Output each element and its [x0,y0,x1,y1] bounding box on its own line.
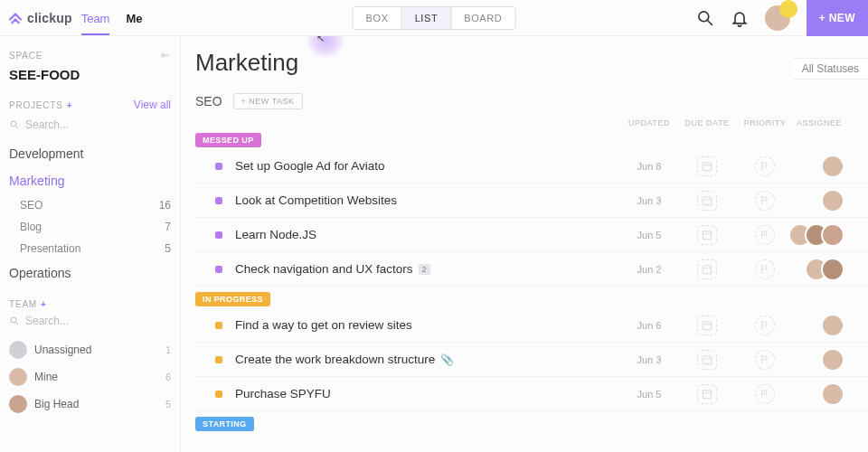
calendar-icon[interactable] [697,350,717,370]
assignee-avatar[interactable] [821,382,844,406]
assignee-avatar[interactable] [821,155,844,178]
status-pill[interactable]: STARTING [195,417,254,431]
flag-icon[interactable] [755,350,775,370]
team-label: TEAM+ [9,299,171,309]
cell-due[interactable] [678,350,736,370]
cell-assignee[interactable] [794,314,844,337]
cell-assignee[interactable] [794,382,844,406]
task-row[interactable]: Find a way to get on review sitesJun 6 [195,308,868,343]
collapse-icon[interactable]: ⇤ [161,49,171,61]
cell-due[interactable] [678,259,736,279]
avatar-icon [9,395,27,413]
logo-icon [7,10,24,26]
sublist-seo[interactable]: SEO16 [9,194,171,216]
sublist-blog[interactable]: Blog7 [9,216,171,238]
task-row[interactable]: Purchase SPYFUJun 5 [195,377,868,411]
status-pill[interactable]: IN PROGRESS [195,292,270,306]
calendar-icon[interactable] [697,259,717,279]
add-team-icon[interactable]: + [41,299,47,309]
task-row[interactable]: Learn Node.JSJun 5 [195,218,868,252]
tab-team[interactable]: Team [81,1,110,35]
flag-icon[interactable] [755,191,775,211]
team-mine[interactable]: Mine6 [9,363,171,391]
cell-priority[interactable] [736,350,794,370]
new-task-button[interactable]: + NEW TASK [233,93,303,109]
task-name[interactable]: Find a way to get on review sites [235,318,620,332]
flag-icon[interactable] [755,259,775,279]
project-search[interactable]: Search... [9,118,171,131]
scope-tabs: Team Me [81,1,143,35]
assignee-avatar[interactable] [821,223,844,247]
cell-assignee[interactable] [794,189,844,212]
brand-logo[interactable]: clickup [7,10,72,26]
cell-due[interactable] [678,156,736,176]
calendar-icon[interactable] [697,315,717,335]
new-button[interactable]: + NEW [807,0,868,36]
add-project-icon[interactable]: + [67,100,73,110]
brand-name: clickup [27,11,72,25]
cell-due[interactable] [678,384,736,404]
view-box[interactable]: BOX [354,7,402,29]
avatar-icon [9,368,27,386]
svg-rect-12 [703,265,711,273]
calendar-icon[interactable] [697,225,717,245]
team-bighead[interactable]: Big Head5 [9,391,171,418]
calendar-icon[interactable] [697,156,717,176]
project-operations[interactable]: Operations [9,259,171,287]
team-search[interactable]: Search... [9,315,171,327]
assignee-avatar[interactable] [821,189,844,212]
team-unassigned[interactable]: Unassigned1 [9,336,171,363]
flag-icon[interactable] [755,384,775,404]
sidebar: SPACE⇤ SEE-FOOD PROJECTS+ View all Searc… [0,36,181,452]
status-dot [215,322,222,329]
assignee-avatar[interactable] [821,348,844,372]
calendar-icon[interactable] [697,191,717,211]
cell-assignee[interactable] [794,258,844,281]
assignee-avatar[interactable] [821,258,844,281]
sublist-presentation[interactable]: Presentation5 [9,238,171,259]
task-name[interactable]: Check navigation and UX factors2 [235,262,620,276]
avatar-icon [9,341,27,359]
cell-due[interactable] [678,225,736,245]
cell-assignee[interactable] [794,348,844,372]
cell-updated: Jun 8 [620,161,678,172]
project-development[interactable]: Development [9,140,171,167]
project-marketing[interactable]: Marketing [9,167,171,194]
cell-assignee[interactable] [794,223,844,247]
flag-icon[interactable] [755,156,775,176]
cell-priority[interactable] [736,315,794,335]
task-name[interactable]: Look at Competition Websites [235,193,620,207]
user-avatar[interactable] [765,5,790,31]
cell-due[interactable] [678,191,736,211]
bell-icon[interactable] [731,9,749,27]
list-name[interactable]: SEO [195,94,222,108]
cell-assignee[interactable] [794,155,844,178]
cell-priority[interactable] [736,225,794,245]
flag-icon[interactable] [755,315,775,335]
cell-due[interactable] [678,315,736,335]
task-row[interactable]: Create the work breakdown structure📎Jun … [195,343,868,377]
task-name[interactable]: Set up Google Ad for Aviato [235,159,620,173]
space-name[interactable]: SEE-FOOD [9,67,171,82]
space-label: SPACE⇤ [9,49,171,61]
filter-statuses[interactable]: All Statuses [793,58,868,80]
cell-priority[interactable] [736,259,794,279]
assignee-avatar[interactable] [821,314,844,337]
cell-priority[interactable] [736,191,794,211]
task-row[interactable]: Set up Google Ad for AviatoJun 8 [195,149,868,184]
status-pill[interactable]: MESSED UP [195,133,261,147]
cell-priority[interactable] [736,156,794,176]
tab-me[interactable]: Me [126,1,142,35]
flag-icon[interactable] [755,225,775,245]
task-row[interactable]: Look at Competition WebsitesJun 3 [195,184,868,218]
view-board[interactable]: BOARD [451,7,514,29]
task-name[interactable]: Create the work breakdown structure📎 [235,353,620,366]
view-list[interactable]: LIST [402,7,452,29]
calendar-icon[interactable] [697,384,717,404]
cell-priority[interactable] [736,384,794,404]
task-name[interactable]: Purchase SPYFU [235,387,620,400]
task-row[interactable]: Check navigation and UX factors2Jun 2 [195,252,868,287]
search-icon[interactable] [696,9,714,27]
view-all-link[interactable]: View all [134,99,171,111]
task-name[interactable]: Learn Node.JS [235,228,620,241]
